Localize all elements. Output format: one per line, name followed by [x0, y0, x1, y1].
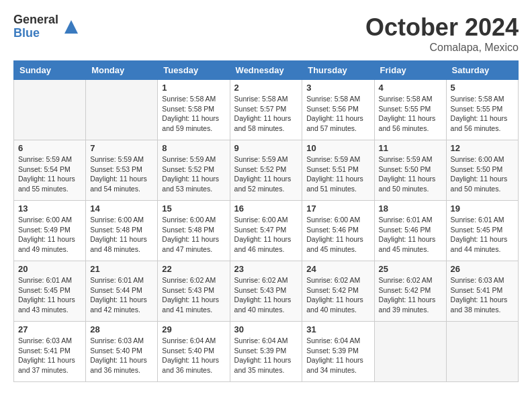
- day-number: 3: [306, 83, 369, 93]
- month-title: October 2024: [365, 13, 519, 42]
- day-number: 26: [451, 264, 514, 274]
- calendar-day-17: 17Sunrise: 6:00 AM Sunset: 5:46 PM Dayli…: [302, 201, 374, 261]
- calendar-day-6: 6Sunrise: 5:59 AM Sunset: 5:54 PM Daylig…: [14, 140, 86, 201]
- day-info: Sunrise: 6:00 AM Sunset: 5:48 PM Dayligh…: [162, 215, 225, 255]
- day-info: Sunrise: 6:01 AM Sunset: 5:45 PM Dayligh…: [18, 275, 81, 315]
- day-info: Sunrise: 6:01 AM Sunset: 5:44 PM Dayligh…: [90, 275, 153, 315]
- day-info: Sunrise: 5:59 AM Sunset: 5:52 PM Dayligh…: [234, 154, 298, 194]
- weekday-header-wednesday: Wednesday: [230, 61, 302, 80]
- logo-blue-text: Blue: [13, 27, 58, 40]
- day-info: Sunrise: 5:59 AM Sunset: 5:54 PM Dayligh…: [18, 154, 81, 194]
- day-info: Sunrise: 5:59 AM Sunset: 5:52 PM Dayligh…: [162, 154, 225, 194]
- day-number: 7: [90, 143, 153, 153]
- calendar-day-7: 7Sunrise: 5:59 AM Sunset: 5:53 PM Daylig…: [86, 140, 158, 201]
- calendar-day-24: 24Sunrise: 6:02 AM Sunset: 5:42 PM Dayli…: [302, 261, 374, 322]
- day-info: Sunrise: 6:04 AM Sunset: 5:39 PM Dayligh…: [306, 336, 369, 375]
- calendar-day-16: 16Sunrise: 6:00 AM Sunset: 5:47 PM Dayli…: [230, 201, 302, 261]
- calendar-day-8: 8Sunrise: 5:59 AM Sunset: 5:52 PM Daylig…: [158, 140, 230, 201]
- calendar-day-empty: [86, 80, 158, 140]
- weekday-header-tuesday: Tuesday: [158, 61, 230, 80]
- day-info: Sunrise: 5:59 AM Sunset: 5:53 PM Dayligh…: [90, 154, 153, 194]
- day-info: Sunrise: 6:01 AM Sunset: 5:45 PM Dayligh…: [451, 215, 514, 255]
- day-number: 16: [234, 203, 298, 214]
- calendar-day-21: 21Sunrise: 6:01 AM Sunset: 5:44 PM Dayli…: [86, 261, 158, 322]
- day-info: Sunrise: 6:02 AM Sunset: 5:42 PM Dayligh…: [379, 275, 442, 315]
- day-number: 18: [379, 203, 442, 214]
- day-number: 2: [234, 83, 298, 93]
- weekday-header-monday: Monday: [86, 61, 158, 80]
- day-number: 17: [306, 203, 369, 214]
- page-header: General Blue October 2024 Comalapa, Mexi…: [13, 13, 519, 54]
- calendar-day-14: 14Sunrise: 6:00 AM Sunset: 5:48 PM Dayli…: [86, 201, 158, 261]
- day-info: Sunrise: 6:02 AM Sunset: 5:43 PM Dayligh…: [234, 275, 298, 315]
- day-number: 23: [234, 264, 298, 274]
- day-number: 14: [90, 203, 153, 214]
- calendar-day-27: 27Sunrise: 6:03 AM Sunset: 5:41 PM Dayli…: [14, 322, 86, 382]
- calendar-day-31: 31Sunrise: 6:04 AM Sunset: 5:39 PM Dayli…: [302, 322, 374, 382]
- day-number: 8: [162, 143, 225, 153]
- title-block: October 2024 Comalapa, Mexico: [365, 13, 519, 54]
- calendar-day-28: 28Sunrise: 6:03 AM Sunset: 5:40 PM Dayli…: [86, 322, 158, 382]
- calendar-day-11: 11Sunrise: 5:59 AM Sunset: 5:50 PM Dayli…: [374, 140, 446, 201]
- day-info: Sunrise: 6:02 AM Sunset: 5:42 PM Dayligh…: [306, 275, 369, 315]
- day-info: Sunrise: 6:03 AM Sunset: 5:41 PM Dayligh…: [451, 275, 514, 315]
- day-number: 22: [162, 264, 225, 274]
- day-info: Sunrise: 5:58 AM Sunset: 5:55 PM Dayligh…: [451, 94, 514, 134]
- day-info: Sunrise: 6:00 AM Sunset: 5:50 PM Dayligh…: [451, 154, 514, 194]
- day-number: 15: [162, 203, 225, 214]
- calendar-day-29: 29Sunrise: 6:04 AM Sunset: 5:40 PM Dayli…: [158, 322, 230, 382]
- calendar-header-row: SundayMondayTuesdayWednesdayThursdayFrid…: [14, 61, 519, 80]
- calendar-table: SundayMondayTuesdayWednesdayThursdayFrid…: [13, 60, 519, 382]
- calendar-day-empty: [446, 322, 518, 382]
- day-info: Sunrise: 5:59 AM Sunset: 5:50 PM Dayligh…: [379, 154, 442, 194]
- day-info: Sunrise: 6:00 AM Sunset: 5:46 PM Dayligh…: [306, 215, 369, 255]
- calendar-day-3: 3Sunrise: 5:58 AM Sunset: 5:56 PM Daylig…: [302, 80, 374, 140]
- logo-icon: [61, 17, 81, 37]
- day-number: 28: [90, 324, 153, 334]
- calendar-day-19: 19Sunrise: 6:01 AM Sunset: 5:45 PM Dayli…: [446, 201, 518, 261]
- calendar-day-20: 20Sunrise: 6:01 AM Sunset: 5:45 PM Dayli…: [14, 261, 86, 322]
- calendar-day-10: 10Sunrise: 5:59 AM Sunset: 5:51 PM Dayli…: [302, 140, 374, 201]
- day-number: 19: [451, 203, 514, 214]
- day-number: 20: [18, 264, 81, 274]
- day-number: 21: [90, 264, 153, 274]
- calendar-day-4: 4Sunrise: 5:58 AM Sunset: 5:55 PM Daylig…: [374, 80, 446, 140]
- day-info: Sunrise: 5:58 AM Sunset: 5:56 PM Dayligh…: [306, 94, 369, 134]
- day-number: 1: [162, 83, 225, 93]
- day-info: Sunrise: 6:00 AM Sunset: 5:47 PM Dayligh…: [234, 215, 298, 255]
- svg-marker-0: [64, 20, 78, 34]
- calendar-day-26: 26Sunrise: 6:03 AM Sunset: 5:41 PM Dayli…: [446, 261, 518, 322]
- calendar-day-15: 15Sunrise: 6:00 AM Sunset: 5:48 PM Dayli…: [158, 201, 230, 261]
- day-info: Sunrise: 5:58 AM Sunset: 5:58 PM Dayligh…: [162, 94, 225, 134]
- calendar-day-30: 30Sunrise: 6:04 AM Sunset: 5:39 PM Dayli…: [230, 322, 302, 382]
- day-number: 25: [379, 264, 442, 274]
- day-info: Sunrise: 5:59 AM Sunset: 5:51 PM Dayligh…: [306, 154, 369, 194]
- day-number: 10: [306, 143, 369, 153]
- day-info: Sunrise: 6:00 AM Sunset: 5:48 PM Dayligh…: [90, 215, 153, 255]
- day-info: Sunrise: 6:03 AM Sunset: 5:40 PM Dayligh…: [90, 336, 153, 375]
- calendar-day-13: 13Sunrise: 6:00 AM Sunset: 5:49 PM Dayli…: [14, 201, 86, 261]
- calendar-day-2: 2Sunrise: 5:58 AM Sunset: 5:57 PM Daylig…: [230, 80, 302, 140]
- calendar-week-row: 6Sunrise: 5:59 AM Sunset: 5:54 PM Daylig…: [14, 140, 519, 201]
- day-number: 5: [451, 83, 514, 93]
- day-number: 30: [234, 324, 298, 334]
- calendar-day-5: 5Sunrise: 5:58 AM Sunset: 5:55 PM Daylig…: [446, 80, 518, 140]
- calendar-week-row: 1Sunrise: 5:58 AM Sunset: 5:58 PM Daylig…: [14, 80, 519, 140]
- logo: General Blue: [13, 13, 81, 40]
- day-number: 9: [234, 143, 298, 153]
- day-number: 27: [18, 324, 81, 334]
- calendar-week-row: 20Sunrise: 6:01 AM Sunset: 5:45 PM Dayli…: [14, 261, 519, 322]
- day-info: Sunrise: 6:03 AM Sunset: 5:41 PM Dayligh…: [18, 336, 81, 375]
- day-info: Sunrise: 6:00 AM Sunset: 5:49 PM Dayligh…: [18, 215, 81, 255]
- weekday-header-thursday: Thursday: [302, 61, 374, 80]
- calendar-day-18: 18Sunrise: 6:01 AM Sunset: 5:46 PM Dayli…: [374, 201, 446, 261]
- day-info: Sunrise: 6:04 AM Sunset: 5:39 PM Dayligh…: [234, 336, 298, 375]
- day-info: Sunrise: 6:01 AM Sunset: 5:46 PM Dayligh…: [379, 215, 442, 255]
- location-subtitle: Comalapa, Mexico: [365, 42, 519, 54]
- calendar-day-empty: [374, 322, 446, 382]
- weekday-header-sunday: Sunday: [14, 61, 86, 80]
- day-number: 11: [379, 143, 442, 153]
- calendar-day-12: 12Sunrise: 6:00 AM Sunset: 5:50 PM Dayli…: [446, 140, 518, 201]
- day-number: 13: [18, 203, 81, 214]
- calendar-day-9: 9Sunrise: 5:59 AM Sunset: 5:52 PM Daylig…: [230, 140, 302, 201]
